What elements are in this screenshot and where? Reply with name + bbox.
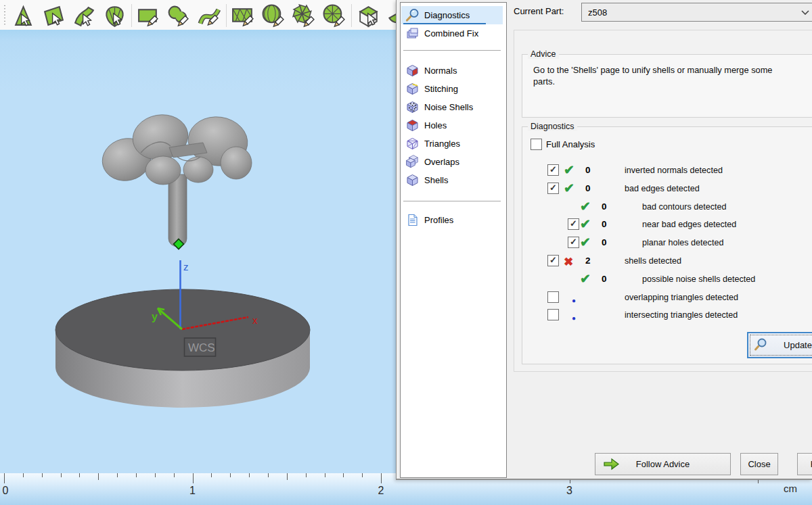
nav-item-shells[interactable]: Shells [401,171,503,189]
mark-curve-icon [197,3,222,28]
diagnostic-count: 0 [602,201,607,212]
mark-pinwheel-tool-button[interactable] [289,3,319,28]
diagnostics-title: Diagnostics [528,122,577,131]
ruler-tick [136,473,137,477]
document-icon [405,213,420,227]
diagnostic-label: intersecting triangles detected [625,310,738,320]
mark-disc-icon [322,3,347,28]
diagnostic-checkbox[interactable]: ✓ [568,218,579,230]
z-axis-label: z [183,261,189,272]
ruler-tick [287,473,288,480]
diagnostic-count: 0 [602,274,607,284]
update-button[interactable]: Update [747,332,812,358]
toolbar-icons [8,2,414,29]
select-triangles-tool-button[interactable] [8,3,39,28]
diagnostic-row: ✔0bad contours detected [547,198,811,216]
fix-pages-list: Diagnostics Combined Fix Normals Stitchi… [400,2,507,478]
diagnostic-label: planar holes detected [642,238,723,247]
toolbar-separator [131,4,132,27]
diagnostic-checkbox[interactable]: ✓ [547,164,559,176]
ruler-tick [230,473,231,477]
advice-groupbox: Advice Go to the 'Shells' page to unify … [522,54,812,118]
mark-rectangle-tool-button[interactable] [133,3,164,28]
toolbar-separator [226,4,227,27]
y-axis-label: y [152,311,158,322]
ruler-tick [325,473,325,477]
select-plane-tool-button[interactable] [39,3,69,28]
ruler-tick [4,473,5,483]
diagnostic-checkbox[interactable]: ✓ [547,255,559,266]
ok-check-icon: ✔ [580,216,591,233]
nav-separator [403,201,501,201]
mark-pinwheel-icon [292,3,317,28]
ruler-tick [117,473,118,477]
mark-sphere-tool-button[interactable] [258,3,289,28]
select-cube-tool-button[interactable] [353,3,384,28]
diagnostic-row: ●intersecting triangles detected [547,306,811,324]
ruler-tick [155,473,156,477]
diagnostic-row: ✓✖2shells detected [547,252,811,270]
diagnostic-count: 0 [585,165,591,175]
select-surface-tool-button[interactable] [69,3,99,28]
mark-brush-icon [166,3,191,28]
diagnostic-label: possible noise shells detected [642,274,755,284]
cube-stitch-icon [405,82,420,96]
nav-item-stitching[interactable]: Stitching [401,80,503,98]
diagnostic-label: bad contours detected [642,202,727,212]
magnifier-icon [754,337,769,352]
ruler-tick [23,473,24,477]
mark-window-triangles-tool-button[interactable] [228,3,258,28]
mark-sphere-icon [261,3,286,28]
ok-check-icon: ✔ [580,199,591,215]
diagnostic-checkbox[interactable]: ✓ [568,237,579,248]
ok-check-icon: ✔ [564,181,574,197]
diagnostic-checkbox[interactable]: ✓ [547,183,559,194]
diagnostic-row: ✔0possible noise shells detected [547,270,811,288]
ok-check-icon: ✔ [564,162,574,178]
nav-item-profiles[interactable]: Profiles [401,211,503,229]
diagnostic-checkbox[interactable] [547,309,559,320]
nav-item-overlaps[interactable]: Overlaps [401,153,503,171]
current-part-dropdown[interactable]: z508 [581,3,812,22]
cube-overlap-icon [405,155,420,169]
select-shell-tool-button[interactable] [99,3,130,28]
info-dot-icon: ● [572,310,576,327]
mark-curve-tool-button[interactable] [194,3,225,28]
diagnostic-count: 0 [585,183,591,193]
select-triangles-icon [11,3,36,28]
nav-item-diagnostics[interactable]: Diagnostics [401,6,503,24]
select-shell-icon [102,3,127,28]
help-button[interactable]: Help [797,453,812,475]
mark-disc-tool-button[interactable] [319,3,350,28]
follow-advice-button[interactable]: Follow Advice [595,453,731,475]
ruler-number: 3 [566,485,572,497]
toolbar-separator [351,4,352,27]
nav-item-combined-fix[interactable]: Combined Fix [401,24,503,43]
toolbar-grip[interactable] [1,4,5,27]
ruler-tick [211,473,212,477]
nav-separator [403,50,501,51]
ruler-unit-label: cm [784,483,797,494]
diagnostic-count: 2 [585,256,591,266]
mark-brush-tool-button[interactable] [164,3,194,28]
diagnostic-row: ●overlapping triangles detected [547,289,811,306]
ruler-tick [174,473,175,477]
diagnostic-row: ✓✔0inverted normals detected [547,162,811,179]
magnifier-icon [405,8,420,22]
nav-item-triangles[interactable]: Triangles [401,135,503,153]
diagnostic-checkbox[interactable] [547,291,559,303]
close-button[interactable]: Close [740,453,778,475]
ok-check-icon: ✔ [580,271,591,287]
application-window: z x y WCS cm 0123 Diagnostics Combined F… [0,0,812,505]
fix-wizard-dialog: Diagnostics Combined Fix Normals Stitchi… [396,0,812,480]
diagnostic-row: ✓✔0bad edges detected [547,180,811,197]
nav-item-noise-shells[interactable]: Noise Shells [401,98,503,116]
diagnostic-label: bad edges detected [625,184,700,193]
select-surface-icon [72,3,97,28]
ruler-tick [193,473,194,483]
layers-icon [405,26,420,41]
nav-item-normals[interactable]: Normals [401,62,503,80]
full-analysis-checkbox[interactable] [531,139,542,150]
build-platform [55,289,310,408]
nav-item-holes[interactable]: Holes [401,116,503,135]
